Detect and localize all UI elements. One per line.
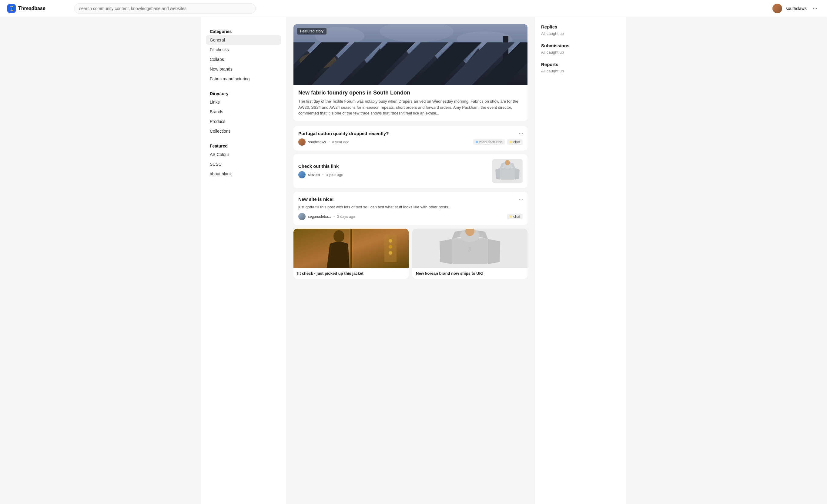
sidebar-item-scsc[interactable]: SCSC bbox=[206, 159, 281, 169]
sidebar-item-collabs[interactable]: Collabs bbox=[206, 55, 281, 64]
submissions-title: Submissions bbox=[541, 43, 620, 48]
featured-story-card[interactable]: Featured story New fabric foundry opens … bbox=[293, 24, 528, 121]
post-title: Check out this link bbox=[298, 164, 487, 169]
post-separator: • bbox=[322, 173, 324, 177]
submissions-text: All caught up bbox=[541, 50, 620, 55]
post-options-button[interactable]: ··· bbox=[519, 196, 523, 202]
post-thumbnail bbox=[492, 159, 523, 183]
post-time: a year ago bbox=[332, 140, 349, 144]
grid-card-korean-image: J bbox=[412, 229, 528, 268]
sidebar-item-as-colour[interactable]: AS Colour bbox=[206, 150, 281, 159]
sidebar-item-label: Fabric manufacturing bbox=[210, 76, 250, 81]
sidebar-item-new-brands[interactable]: New brands bbox=[206, 64, 281, 74]
post-body: just gotta fill this post with lots of t… bbox=[298, 204, 523, 210]
sidebar-item-label: New brands bbox=[210, 67, 233, 71]
main-content: Featured story New fabric foundry opens … bbox=[286, 17, 535, 504]
grid-card-fitcheck-image bbox=[293, 229, 409, 268]
post-author-name: stevem bbox=[308, 173, 320, 177]
tag-label: manufacturing bbox=[479, 140, 502, 144]
post-options-button[interactable]: ··· bbox=[519, 130, 523, 136]
header-menu-button[interactable]: ··· bbox=[810, 4, 820, 13]
svg-point-19 bbox=[334, 230, 344, 242]
post-tags: chat bbox=[507, 214, 523, 219]
avatar[interactable] bbox=[772, 4, 782, 13]
tag-dot-yellow bbox=[509, 141, 512, 143]
grid-card-korean[interactable]: J New korean brand now ships to UK! bbox=[412, 229, 528, 279]
svg-point-18 bbox=[389, 251, 392, 255]
sidebar-item-label: Fit checks bbox=[210, 47, 229, 52]
tag-chat[interactable]: chat bbox=[507, 139, 523, 145]
post-author-avatar bbox=[298, 138, 305, 146]
featured-skyline-svg bbox=[293, 24, 528, 85]
search-container bbox=[74, 3, 256, 14]
svg-point-10 bbox=[505, 160, 510, 165]
app-logo[interactable]: 🧵 Threadbase bbox=[7, 4, 74, 13]
post-author-name: southclaws bbox=[308, 140, 326, 144]
sidebar-item-fabric-manufacturing[interactable]: Fabric manufacturing bbox=[206, 74, 281, 83]
post-author-avatar bbox=[298, 213, 305, 220]
svg-point-17 bbox=[389, 245, 392, 249]
grid-card-korean-label: New korean brand now ships to UK! bbox=[412, 268, 528, 279]
fitcheck-svg bbox=[293, 229, 409, 268]
post-separator: • bbox=[328, 140, 330, 144]
sidebar-item-label: about:blank bbox=[210, 171, 232, 176]
left-sidebar: Categories General Fit checks Collabs Ne… bbox=[201, 17, 286, 504]
sidebar-item-label: General bbox=[210, 38, 225, 42]
featured-story-content: New fabric foundry opens in South London… bbox=[293, 85, 528, 121]
app-title: Threadbase bbox=[18, 6, 45, 11]
post-content: Check out this link stevem • a year ago bbox=[298, 164, 487, 178]
sidebar-item-label: AS Colour bbox=[210, 152, 229, 157]
search-input[interactable] bbox=[74, 3, 256, 14]
post-time: a year ago bbox=[326, 173, 343, 177]
grid-card-fitcheck[interactable]: fit check - just picked up this jacket bbox=[293, 229, 409, 279]
hoodie-thumbnail-svg bbox=[492, 159, 523, 183]
post-meta: segunadeba... • 2 days ago chat bbox=[298, 213, 523, 220]
svg-point-16 bbox=[389, 239, 392, 242]
header-user: southclaws ··· bbox=[772, 4, 820, 13]
featured-story-title: New fabric foundry opens in South London bbox=[298, 90, 523, 96]
right-sidebar: Replies All caught up Submissions All ca… bbox=[535, 17, 626, 504]
app-header: 🧵 Threadbase southclaws ··· bbox=[0, 0, 827, 17]
sidebar-item-about-blank[interactable]: about:blank bbox=[206, 169, 281, 179]
sidebar-item-label: Brands bbox=[210, 109, 223, 114]
post-item[interactable]: ··· Portugal cotton quality dropped rece… bbox=[293, 126, 528, 151]
logo-icon: 🧵 bbox=[7, 4, 16, 13]
tag-label: chat bbox=[513, 214, 520, 219]
right-section-submissions: Submissions All caught up bbox=[541, 43, 620, 55]
divider-2 bbox=[206, 138, 281, 139]
post-item[interactable]: ··· New site is nice! just gotta fill th… bbox=[293, 192, 528, 225]
featured-story-excerpt: The first day of the Textile Forum was n… bbox=[298, 99, 523, 116]
post-item[interactable]: Check out this link stevem • a year ago bbox=[293, 154, 528, 188]
featured-image-bg bbox=[293, 24, 528, 85]
main-layout: Categories General Fit checks Collabs Ne… bbox=[201, 17, 626, 504]
sidebar-item-collections[interactable]: Collections bbox=[206, 126, 281, 136]
tag-dot-blue bbox=[476, 141, 478, 143]
post-time: 2 days ago bbox=[337, 214, 355, 219]
post-separator: • bbox=[334, 214, 335, 219]
post-author-name: segunadeba... bbox=[308, 214, 331, 219]
svg-rect-13 bbox=[352, 229, 409, 268]
post-tags: manufacturing chat bbox=[473, 139, 523, 145]
username-label[interactable]: southclaws bbox=[786, 6, 807, 11]
bottom-grid: fit check - just picked up this jacket bbox=[293, 229, 528, 279]
sidebar-item-label: Collabs bbox=[210, 57, 224, 62]
svg-point-6 bbox=[299, 53, 337, 68]
sidebar-item-fit-checks[interactable]: Fit checks bbox=[206, 45, 281, 55]
right-section-replies: Replies All caught up bbox=[541, 24, 620, 36]
sidebar-item-label: Producs bbox=[210, 119, 225, 124]
tag-manufacturing[interactable]: manufacturing bbox=[473, 139, 505, 145]
categories-label: Categories bbox=[206, 26, 281, 35]
tag-dot-yellow bbox=[509, 215, 512, 218]
tag-chat[interactable]: chat bbox=[507, 214, 523, 219]
sidebar-item-brands[interactable]: Brands bbox=[206, 107, 281, 117]
svg-text:J: J bbox=[468, 245, 471, 253]
sidebar-item-label: Links bbox=[210, 100, 220, 105]
replies-text: All caught up bbox=[541, 31, 620, 36]
sidebar-item-label: Collections bbox=[210, 129, 230, 133]
sidebar-item-general[interactable]: General bbox=[206, 35, 281, 45]
featured-badge: Featured story bbox=[297, 28, 327, 35]
tag-label: chat bbox=[513, 140, 520, 144]
sidebar-item-producs[interactable]: Producs bbox=[206, 117, 281, 126]
grid-card-fitcheck-label: fit check - just picked up this jacket bbox=[293, 268, 409, 279]
sidebar-item-links[interactable]: Links bbox=[206, 97, 281, 107]
